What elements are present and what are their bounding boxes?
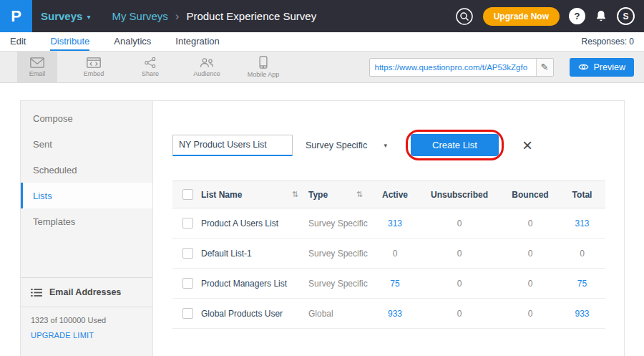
- table-header-row: List Name ⇅ Type ⇅ Active Unsubscribed B…: [172, 181, 605, 208]
- table-row: Product A Users List Survey Specific 313…: [172, 208, 605, 239]
- channel-share[interactable]: Share: [130, 52, 170, 83]
- bounced-count: 0: [502, 299, 559, 329]
- total-count[interactable]: 933: [559, 299, 605, 329]
- row-checkbox[interactable]: [182, 248, 193, 259]
- audience-people-icon: [200, 57, 214, 68]
- email-addresses-header: Email Addresses: [21, 278, 152, 307]
- header-label: List Name: [201, 190, 242, 200]
- unsubscribed-count: 0: [417, 208, 502, 239]
- email-usage-text: 1323 of 100000 Used: [21, 307, 152, 327]
- header-list-name[interactable]: List Name ⇅: [201, 181, 308, 208]
- header-unsubscribed: Unsubscribed: [417, 181, 502, 208]
- row-checkbox[interactable]: [182, 278, 193, 289]
- list-name-input[interactable]: [172, 135, 293, 156]
- questionpro-logo[interactable]: P: [0, 0, 32, 32]
- total-count[interactable]: 313: [559, 208, 605, 239]
- tab-analytics[interactable]: Analytics: [114, 32, 151, 51]
- list-type: Survey Specific: [308, 208, 373, 239]
- page-title: Product Experience Survey: [186, 10, 316, 22]
- section-tabs: Edit Distribute Analytics Integration Re…: [0, 32, 644, 52]
- preview-label: Preview: [594, 62, 625, 72]
- breadcrumb-my-surveys[interactable]: My Surveys: [112, 10, 167, 22]
- survey-url-input[interactable]: [370, 63, 536, 72]
- channel-embed[interactable]: Embed: [74, 52, 114, 83]
- total-count: 0: [559, 239, 605, 269]
- list-name-link[interactable]: Global Products User: [201, 299, 308, 329]
- sidebar-item-sent[interactable]: Sent: [21, 131, 152, 157]
- tab-distribute[interactable]: Distribute: [50, 32, 89, 51]
- tab-edit[interactable]: Edit: [10, 32, 26, 51]
- channel-label: Audience: [193, 70, 220, 77]
- help-icon[interactable]: ?: [569, 8, 585, 24]
- close-icon[interactable]: ×: [522, 137, 532, 154]
- list-name-link[interactable]: Product A Users List: [201, 208, 308, 239]
- chevron-down-icon: ▾: [87, 11, 90, 21]
- upgrade-now-button[interactable]: Upgrade Now: [483, 7, 560, 26]
- lists-main-panel: Survey Specific ▾ Create List × List Nam…: [153, 101, 625, 356]
- channel-label: Share: [142, 70, 159, 77]
- eye-icon: [578, 63, 589, 71]
- sidebar-item-templates[interactable]: Templates: [21, 208, 152, 234]
- list-type: Survey Specific: [308, 239, 373, 269]
- breadcrumb-separator-icon: ›: [175, 9, 180, 24]
- header-label: Type: [308, 190, 328, 200]
- channel-email[interactable]: Email: [17, 52, 57, 83]
- user-avatar[interactable]: S: [617, 7, 635, 25]
- envelope-icon: [30, 57, 44, 68]
- sidebar-item-lists[interactable]: Lists: [21, 183, 152, 208]
- bounced-count: 0: [502, 269, 559, 299]
- channel-audience[interactable]: Audience: [187, 52, 227, 83]
- header-active: Active: [373, 181, 417, 208]
- unsubscribed-count: 0: [417, 299, 502, 329]
- channel-label: Email: [29, 70, 46, 77]
- select-all-checkbox[interactable]: [182, 189, 193, 200]
- sidebar-item-compose[interactable]: Compose: [21, 105, 152, 131]
- mobile-phone-icon: [259, 56, 268, 69]
- annotation-highlight: Create List: [406, 130, 504, 160]
- tab-integration[interactable]: Integration: [175, 32, 219, 51]
- active-count[interactable]: 933: [373, 299, 417, 329]
- search-icon[interactable]: [455, 7, 474, 26]
- sort-icon[interactable]: ⇅: [356, 190, 363, 199]
- table-row: Global Products User Global 933 0 0 933: [172, 299, 605, 329]
- unsubscribed-count: 0: [417, 239, 502, 269]
- email-addresses-section: Email Addresses 1323 of 100000 Used UPGR…: [21, 277, 152, 343]
- row-checkbox[interactable]: [182, 308, 193, 319]
- header-bounced: Bounced: [502, 181, 559, 208]
- preview-button[interactable]: Preview: [570, 58, 634, 77]
- product-switcher[interactable]: Surveys ▾: [41, 10, 90, 22]
- top-bar: P Surveys ▾ My Surveys › Product Experie…: [0, 0, 644, 32]
- header-type[interactable]: Type ⇅: [308, 181, 373, 208]
- survey-url-field: ✎: [369, 58, 554, 77]
- total-count[interactable]: 75: [559, 269, 605, 299]
- list-name-link[interactable]: Product Managers List: [201, 269, 308, 299]
- email-sidebar: Compose Sent Scheduled Lists Templates E…: [21, 101, 153, 356]
- active-count[interactable]: 75: [373, 269, 417, 299]
- distribute-toolbar: Email Embed Share Audience Mobile App ✎: [0, 52, 644, 83]
- email-addresses-title: Email Addresses: [49, 287, 121, 297]
- channel-mobile-app[interactable]: Mobile App: [243, 52, 283, 83]
- create-list-button[interactable]: Create List: [411, 134, 499, 156]
- notifications-bell-icon[interactable]: [595, 9, 608, 23]
- sort-icon[interactable]: ⇅: [292, 190, 298, 199]
- share-icon: [144, 57, 157, 68]
- table-row: Product Managers List Survey Specific 75…: [172, 269, 605, 299]
- bounced-count: 0: [502, 208, 559, 239]
- channel-label: Mobile App: [248, 71, 280, 78]
- embed-code-icon: [87, 57, 101, 68]
- list-type-select[interactable]: Survey Specific ▾: [303, 140, 390, 150]
- list-type: Survey Specific: [308, 269, 373, 299]
- list-name-link[interactable]: Default List-1: [201, 239, 308, 269]
- upgrade-limit-link[interactable]: UPGRADE LIMIT: [21, 327, 152, 343]
- header-total: Total: [559, 181, 605, 208]
- edit-url-pencil-icon[interactable]: ✎: [536, 59, 553, 76]
- list-lines-icon: [31, 288, 42, 297]
- responses-count: Responses: 0: [582, 32, 644, 51]
- chevron-down-icon: ▾: [384, 142, 387, 149]
- channel-label: Embed: [84, 70, 104, 77]
- active-count[interactable]: 313: [373, 208, 417, 239]
- row-checkbox[interactable]: [182, 218, 193, 228]
- list-type: Global: [308, 299, 373, 329]
- sidebar-item-scheduled[interactable]: Scheduled: [21, 157, 152, 183]
- table-row: Default List-1 Survey Specific 0 0 0 0: [172, 239, 605, 269]
